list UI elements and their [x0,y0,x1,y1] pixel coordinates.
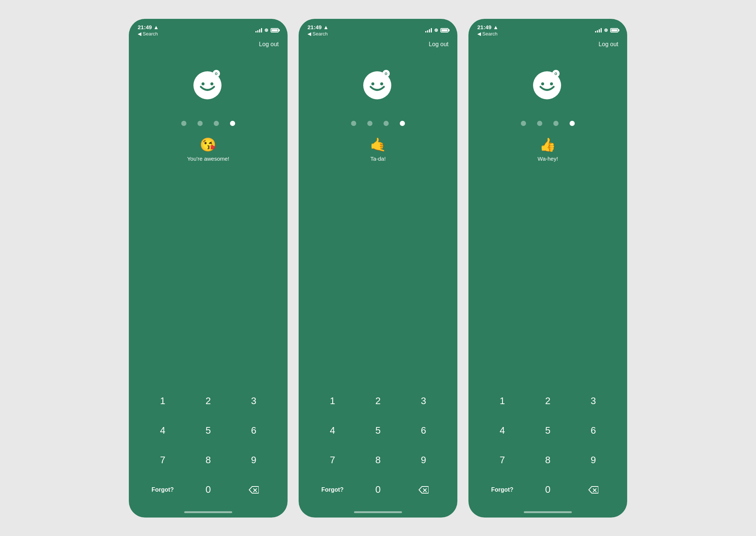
status-left: 21:49 ▲◀ Search [307,24,329,37]
home-indicator [354,511,402,513]
emoji-section: 😘You're awesome! [187,137,229,163]
status-icons: ⊛ [255,27,279,33]
key-0[interactable]: 0 [525,475,570,505]
back-button[interactable]: ◀ Search [307,31,329,37]
emoji-text: You're awesome! [187,156,229,162]
key-6[interactable]: 6 [231,416,276,445]
nav-bar: Log out [129,40,288,51]
battery-icon [610,28,618,33]
emoji-section: 🤙Ta-da! [370,137,386,163]
key-forgot[interactable]: Forgot? [310,475,355,505]
backspace-key[interactable] [401,475,446,505]
main-content: o 🤙Ta-da! [299,51,457,386]
status-left: 21:49 ▲◀ Search [138,24,159,37]
svg-point-9 [371,82,374,85]
pin-dot-3 [553,121,559,126]
key-1[interactable]: 1 [140,386,185,416]
home-indicator [184,511,232,513]
key-3[interactable]: 3 [571,386,616,416]
pin-dot-4 [400,121,405,126]
svg-point-16 [541,82,544,85]
key-0[interactable]: 0 [355,475,401,505]
emoji-display: 👍 [539,137,556,153]
status-left: 21:49 ▲◀ Search [477,24,498,37]
key-9[interactable]: 9 [231,445,276,475]
emoji-section: 👍Wa-hey! [537,137,558,163]
pin-dots [351,121,405,126]
key-4[interactable]: 4 [480,416,525,445]
svg-text:o: o [215,71,217,76]
screens-container: 21:49 ▲◀ Search ⊛ Log out o 😘You're awes… [0,0,756,536]
status-time: 21:49 ▲ [477,24,498,30]
logout-button[interactable]: Log out [259,41,279,48]
backspace-key[interactable] [231,475,276,505]
key-8[interactable]: 8 [525,445,570,475]
status-bar: 21:49 ▲◀ Search ⊛ [468,19,627,40]
status-time: 21:49 ▲ [138,24,159,30]
status-icons: ⊛ [595,27,618,33]
back-button[interactable]: ◀ Search [138,31,159,37]
key-9[interactable]: 9 [571,445,616,475]
wifi-icon: ⊛ [434,27,438,33]
key-4[interactable]: 4 [310,416,355,445]
pin-dot-4 [570,121,575,126]
key-3[interactable]: 3 [231,386,276,416]
svg-text:o: o [385,71,387,76]
pin-dot-3 [384,121,389,126]
keypad: 123456789Forgot?0 [468,386,627,505]
key-8[interactable]: 8 [355,445,401,475]
key-2[interactable]: 2 [525,386,570,416]
nav-bar: Log out [468,40,627,51]
emoji-text: Ta-da! [370,156,386,162]
key-2[interactable]: 2 [185,386,231,416]
battery-icon [440,28,449,33]
pin-dot-1 [351,121,356,126]
key-5[interactable]: 5 [525,416,570,445]
pin-dot-1 [521,121,526,126]
key-3[interactable]: 3 [401,386,446,416]
key-forgot[interactable]: Forgot? [140,475,185,505]
signal-icon [595,28,602,33]
pin-dot-2 [367,121,372,126]
key-1[interactable]: 1 [310,386,355,416]
svg-point-3 [210,82,213,85]
keypad: 123456789Forgot?0 [129,386,288,505]
back-button[interactable]: ◀ Search [477,31,498,37]
backspace-key[interactable] [571,475,616,505]
status-time: 21:49 ▲ [307,24,329,30]
app-logo: o [360,65,396,102]
pin-dot-2 [197,121,203,126]
key-5[interactable]: 5 [185,416,231,445]
key-8[interactable]: 8 [185,445,231,475]
key-7[interactable]: 7 [140,445,185,475]
key-6[interactable]: 6 [401,416,446,445]
key-9[interactable]: 9 [401,445,446,475]
logout-button[interactable]: Log out [599,41,618,48]
status-bar: 21:49 ▲◀ Search ⊛ [129,19,288,40]
key-7[interactable]: 7 [480,445,525,475]
logout-button[interactable]: Log out [429,41,449,48]
svg-point-17 [550,82,553,85]
signal-icon [425,28,432,33]
key-5[interactable]: 5 [355,416,401,445]
keypad: 123456789Forgot?0 [299,386,457,505]
key-2[interactable]: 2 [355,386,401,416]
phone-screen-1: 21:49 ▲◀ Search ⊛ Log out o 😘You're awes… [129,19,288,518]
svg-point-10 [380,82,383,85]
emoji-display: 🤙 [370,137,386,153]
main-content: o 😘You're awesome! [129,51,288,386]
emoji-display: 😘 [200,137,216,153]
key-0[interactable]: 0 [185,475,231,505]
key-7[interactable]: 7 [310,445,355,475]
key-6[interactable]: 6 [571,416,616,445]
status-bar: 21:49 ▲◀ Search ⊛ [299,19,457,40]
main-content: o 👍Wa-hey! [468,51,627,386]
key-4[interactable]: 4 [140,416,185,445]
pin-dot-1 [181,121,186,126]
pin-dot-4 [230,121,235,126]
signal-icon [255,28,262,33]
key-1[interactable]: 1 [480,386,525,416]
app-logo: o [190,65,227,102]
status-icons: ⊛ [425,27,449,33]
key-forgot[interactable]: Forgot? [480,475,525,505]
